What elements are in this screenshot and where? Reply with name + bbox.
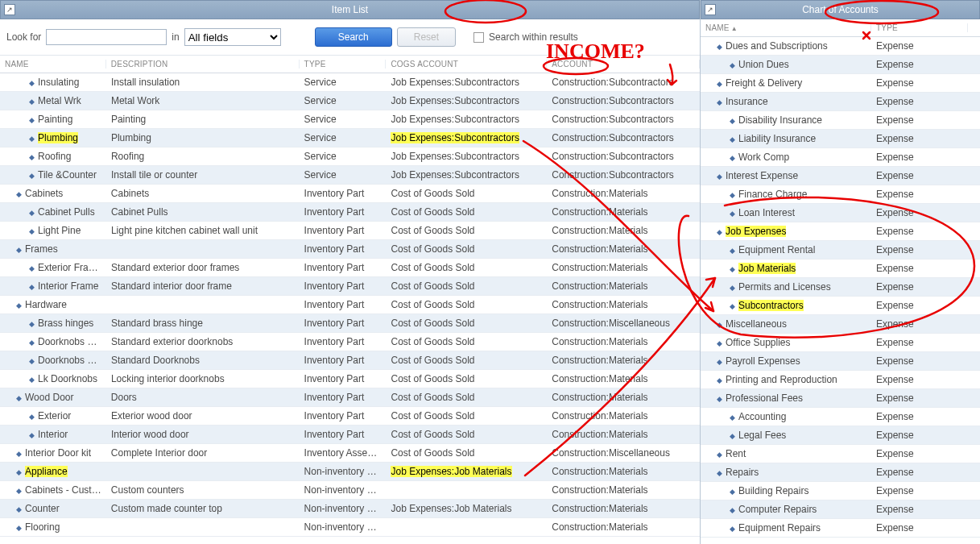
table-row[interactable]: ◆Lk DoorknobsLocking interior doorknobsI…: [0, 370, 700, 388]
item-name[interactable]: ◆Brass hinges: [0, 318, 106, 329]
col-type[interactable]: Type: [871, 23, 968, 32]
table-row[interactable]: ◆InteriorInterior wood doorInventory Par…: [0, 426, 700, 444]
table-row[interactable]: ◆Office SuppliesExpense: [701, 334, 980, 352]
item-name[interactable]: ◆Counter: [0, 503, 106, 514]
table-row[interactable]: ◆RentExpense: [701, 445, 980, 463]
item-name[interactable]: ◆Hardware: [0, 299, 106, 310]
item-name[interactable]: ◆Doorknobs Std: [0, 355, 106, 366]
account-name[interactable]: ◆Union Dues: [701, 59, 871, 70]
table-row[interactable]: ◆Computer RepairsExpense: [701, 500, 980, 519]
item-name[interactable]: ◆Interior: [0, 429, 106, 440]
account-name[interactable]: ◆Building Repairs: [701, 485, 871, 496]
popout-icon[interactable]: ↗: [4, 4, 15, 15]
table-row[interactable]: ◆AccountingExpense: [701, 408, 980, 426]
account-name[interactable]: ◆Equipment Rental: [701, 244, 871, 255]
item-name[interactable]: ◆Interior Door kit: [0, 447, 106, 459]
item-name[interactable]: ◆Painting: [0, 114, 106, 125]
popout-icon[interactable]: ↗: [705, 4, 716, 15]
account-name[interactable]: ◆Computer Repairs: [701, 504, 871, 515]
table-row[interactable]: ◆Printing and ReproductionExpense: [701, 371, 980, 389]
item-name[interactable]: ◆Exterior: [0, 410, 106, 421]
account-name[interactable]: ◆Equipment Repairs: [701, 522, 871, 534]
table-row[interactable]: ◆MiscellaneousExpense: [701, 315, 980, 334]
account-name[interactable]: ◆Job Materials: [701, 263, 871, 274]
coa-body[interactable]: ◆Dues and SubscriptionsExpense◆Union Due…: [701, 37, 980, 544]
table-row[interactable]: ◆SubcontractorsExpense: [701, 297, 980, 315]
table-row[interactable]: ◆Interior Door kitComplete Interior door…: [0, 444, 700, 463]
account-name[interactable]: ◆Office Supplies: [701, 337, 871, 348]
item-name[interactable]: ◆Flooring: [0, 521, 106, 533]
item-list-titlebar[interactable]: ↗ Item List: [0, 0, 700, 19]
table-row[interactable]: ◆Doorknobs StdStandard DoorknobsInventor…: [0, 351, 700, 370]
table-row[interactable]: ◆PaintingPaintingServiceJob Expenses:Sub…: [0, 110, 700, 129]
item-name[interactable]: ◆Tile &Counter: [0, 169, 106, 181]
table-row[interactable]: ◆Light PineLight pine kitchen cabinet wa…: [0, 222, 700, 240]
table-row[interactable]: ◆FlooringNon-inventory PartConstruction:…: [0, 518, 700, 537]
account-name[interactable]: ◆Subcontractors: [701, 300, 871, 311]
table-row[interactable]: ◆HardwareInventory PartCost of Goods Sol…: [0, 296, 700, 314]
account-name[interactable]: ◆Insurance: [701, 96, 871, 107]
col-type[interactable]: Type: [300, 60, 387, 69]
item-name[interactable]: ◆Wood Door: [0, 392, 106, 403]
account-name[interactable]: ◆Finance Charge: [701, 189, 871, 200]
item-name[interactable]: ◆Insulating: [0, 77, 106, 88]
account-name[interactable]: ◆Interest Expense: [701, 170, 871, 181]
table-row[interactable]: ◆Disability InsuranceExpense: [701, 111, 980, 130]
table-row[interactable]: ◆Tile &CounterInstall tile or counterSer…: [0, 166, 700, 185]
item-name[interactable]: ◆Cabinets - Custom: [0, 484, 106, 496]
item-name[interactable]: ◆Plumbing: [0, 132, 106, 143]
account-name[interactable]: ◆Liability Insurance: [701, 133, 871, 144]
account-name[interactable]: ◆Printing and Reproduction: [701, 374, 871, 385]
table-row[interactable]: ◆FramesInventory PartCost of Goods SoldC…: [0, 240, 700, 259]
table-row[interactable]: ◆InsulatingInstall insulationServiceJob …: [0, 73, 700, 92]
account-name[interactable]: ◆Legal Fees: [701, 430, 871, 441]
item-name[interactable]: ◆Frames: [0, 243, 106, 255]
account-name[interactable]: ◆Job Expenses: [701, 226, 871, 237]
reset-button[interactable]: Reset: [397, 27, 456, 47]
table-row[interactable]: ◆ApplianceNon-inventory PartJob Expenses…: [0, 463, 700, 481]
item-name[interactable]: ◆Metal Wrk: [0, 95, 106, 106]
table-row[interactable]: ◆Finance ChargeExpense: [701, 185, 980, 204]
table-row[interactable]: ◆Doorknobs Lock...Standard exterior door…: [0, 333, 700, 351]
account-name[interactable]: ◆Miscellaneous: [701, 318, 871, 330]
table-row[interactable]: ◆Wood DoorDoorsInventory PartCost of Goo…: [0, 388, 700, 407]
col-cogs[interactable]: COGS Account: [386, 60, 547, 69]
account-name[interactable]: ◆Repairs: [701, 467, 871, 478]
account-name[interactable]: ◆Payroll Expenses: [701, 355, 871, 367]
col-account[interactable]: Account: [547, 60, 700, 69]
table-row[interactable]: ◆Cabinets - CustomCustom countersNon-inv…: [0, 481, 700, 500]
table-row[interactable]: ◆PlumbingPlumbingServiceJob Expenses:Sub…: [0, 129, 700, 147]
within-checkbox[interactable]: [473, 32, 484, 43]
table-row[interactable]: ◆Payroll ExpensesExpense: [701, 352, 980, 371]
item-list-body[interactable]: ◆InsulatingInstall insulationServiceJob …: [0, 73, 700, 544]
item-name[interactable]: ◆Cabinets: [0, 188, 106, 199]
table-row[interactable]: ◆RepairsExpense: [701, 463, 980, 482]
item-name[interactable]: ◆Doorknobs Lock...: [0, 336, 106, 347]
table-row[interactable]: ◆Work CompExpense: [701, 148, 980, 167]
table-row[interactable]: ◆Building RepairsExpense: [701, 482, 980, 500]
item-name[interactable]: ◆Interior Frame: [0, 280, 106, 292]
account-name[interactable]: ◆Professional Fees: [701, 392, 871, 404]
table-row[interactable]: ◆Union DuesExpense: [701, 56, 980, 74]
coa-titlebar[interactable]: ↗ Chart of Accounts: [701, 0, 980, 19]
table-row[interactable]: ◆Exterior FrameStandard exterior door fr…: [0, 259, 700, 277]
col-name[interactable]: Name: [0, 60, 106, 69]
table-row[interactable]: ◆Loan InterestExpense: [701, 204, 980, 222]
account-name[interactable]: ◆Rent: [701, 448, 871, 459]
table-row[interactable]: ◆Permits and LicensesExpense: [701, 278, 980, 297]
fields-select[interactable]: All fields: [184, 28, 281, 46]
table-row[interactable]: ◆Freight & DeliveryExpense: [701, 74, 980, 93]
account-name[interactable]: ◆Permits and Licenses: [701, 281, 871, 293]
lookfor-input[interactable]: [46, 29, 167, 45]
table-row[interactable]: ◆Brass hingesStandard brass hingeInvento…: [0, 314, 700, 333]
col-name[interactable]: Name▲: [701, 23, 871, 32]
table-row[interactable]: ◆CabinetsCabinetsInventory PartCost of G…: [0, 185, 700, 203]
table-row[interactable]: ◆Legal FeesExpense: [701, 426, 980, 445]
table-row[interactable]: ◆InsuranceExpense: [701, 93, 980, 111]
table-row[interactable]: ◆RoofingRoofingServiceJob Expenses:Subco…: [0, 147, 700, 166]
item-name[interactable]: ◆Cabinet Pulls: [0, 206, 106, 218]
table-row[interactable]: ◆Job ExpensesExpense: [701, 222, 980, 241]
table-row[interactable]: ◆Cabinet PullsCabinet PullsInventory Par…: [0, 203, 700, 222]
account-name[interactable]: ◆Dues and Subscriptions: [701, 40, 871, 52]
item-name[interactable]: ◆Roofing: [0, 151, 106, 162]
